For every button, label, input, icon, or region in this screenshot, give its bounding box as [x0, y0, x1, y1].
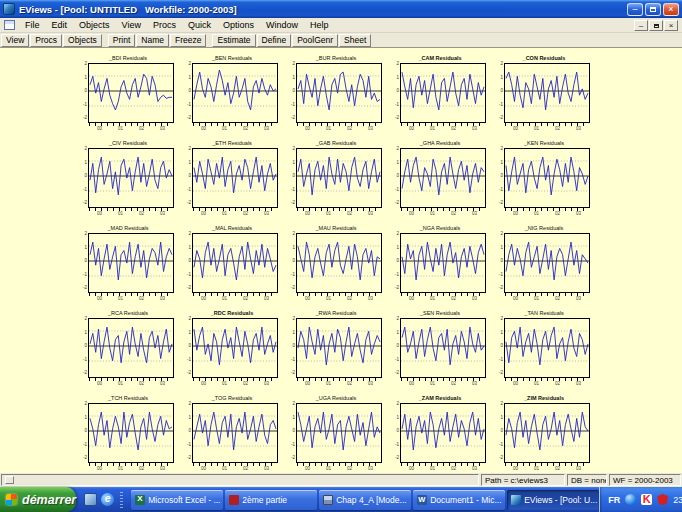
- taskbar-task-button[interactable]: Microsoft Excel - ...: [131, 490, 223, 510]
- chart-y-tick-label: -2: [388, 371, 399, 375]
- chart-x-tick-label: 00: [305, 381, 310, 386]
- menu-help[interactable]: Help: [304, 19, 335, 31]
- toolbar-poolgenr-button[interactable]: PoolGenr: [292, 34, 338, 47]
- show-desktop-icon[interactable]: [84, 493, 97, 506]
- chart-y-tick-label: 2: [492, 402, 503, 406]
- command-field[interactable]: [1, 474, 479, 486]
- chart-x-tick-label: 00: [201, 296, 206, 301]
- chart-x-axis-labels: 00010203: [400, 296, 486, 301]
- chart-plot-area: [296, 233, 382, 293]
- toolbar-procs-button[interactable]: Procs: [30, 34, 62, 47]
- chart-y-tick-label: 2: [388, 317, 399, 321]
- chart-plot-area: [400, 63, 486, 123]
- taskbar-task-button[interactable]: Document1 - Mic...: [413, 490, 505, 510]
- menu-objects[interactable]: Objects: [73, 19, 116, 31]
- kaspersky-icon[interactable]: K: [641, 494, 652, 505]
- chart-x-axis-labels: 00010203: [504, 126, 590, 131]
- chart-y-tick-label: 0: [388, 89, 399, 93]
- chart-y-tick-label: 2: [284, 317, 295, 321]
- chart-x-tick-label: 01: [534, 126, 539, 131]
- chart-plot-area: [88, 148, 174, 208]
- toolbar-view-button[interactable]: View: [1, 34, 29, 47]
- menu-file[interactable]: File: [19, 19, 46, 31]
- chart-x-tick-label: 01: [430, 296, 435, 301]
- pool-toolbar: View Procs Objects Print Name Freeze Est…: [0, 33, 682, 48]
- windows-logo-icon: [6, 494, 17, 505]
- residual-chart-panel: _GHA Residuals210-1-200010203: [400, 148, 486, 216]
- eviews-app-icon: [3, 3, 15, 15]
- toolbar-objects-button[interactable]: Objects: [63, 34, 102, 47]
- menu-options[interactable]: Options: [217, 19, 260, 31]
- chart-x-axis-labels: 00010203: [192, 211, 278, 216]
- chart-plot-area: [192, 233, 278, 293]
- chart-y-tick-label: 0: [492, 344, 503, 348]
- residual-chart-panel: _MAL Residuals210-1-200010203: [192, 233, 278, 301]
- chart-y-tick-label: 1: [180, 246, 191, 250]
- tray-globe-icon[interactable]: [625, 494, 636, 505]
- chart-y-tick-label: 1: [388, 331, 399, 335]
- language-indicator[interactable]: FR: [608, 495, 620, 505]
- chart-y-tick-label: 0: [492, 429, 503, 433]
- chart-x-tick-label: 02: [243, 381, 248, 386]
- toolbar-name-button[interactable]: Name: [136, 34, 169, 47]
- menu-window[interactable]: Window: [260, 19, 304, 31]
- toolbar-estimate-button[interactable]: Estimate: [212, 34, 255, 47]
- residual-chart-panel: _GAB Residuals210-1-200010203: [296, 148, 382, 216]
- residual-chart-panel: _MAU Residuals210-1-200010203: [296, 233, 382, 301]
- chart-title: _MAD Residuals: [76, 225, 180, 231]
- chart-x-tick-label: 00: [409, 296, 414, 301]
- chart-y-tick-label: 2: [180, 317, 191, 321]
- chart-x-axis-labels: 00010203: [88, 126, 174, 131]
- toolbar-print-button[interactable]: Print: [108, 34, 135, 47]
- restore-icon: [650, 7, 656, 12]
- menu-procs[interactable]: Procs: [147, 19, 182, 31]
- chart-x-tick-label: 02: [139, 296, 144, 301]
- menu-bar: File Edit Objects View Procs Quick Optio…: [0, 18, 682, 33]
- toolbar-define-button[interactable]: Define: [257, 34, 292, 47]
- taskbar-task-button[interactable]: Chap 4_A [Mode...: [319, 490, 411, 510]
- toolbar-freeze-button[interactable]: Freeze: [170, 34, 206, 47]
- chart-y-tick-label: 1: [180, 331, 191, 335]
- chart-x-tick-label: 03: [472, 211, 477, 216]
- chart-y-tick-label: 0: [388, 429, 399, 433]
- chart-x-tick-label: 01: [534, 381, 539, 386]
- minimize-button[interactable]: –: [627, 3, 643, 16]
- chart-plot-area: [192, 63, 278, 123]
- child-close-button[interactable]: ×: [664, 20, 678, 31]
- toolbar-sheet-button[interactable]: Sheet: [339, 34, 371, 47]
- chart-y-tick-label: -1: [180, 103, 191, 107]
- residual-chart-panel: _RDC Residuals210-1-200010203: [192, 318, 278, 386]
- chart-y-tick-label: -2: [492, 456, 503, 460]
- menu-quick[interactable]: Quick: [182, 19, 217, 31]
- chart-x-tick-label: 00: [201, 466, 206, 471]
- taskbar-task-button[interactable]: 2ème partie: [225, 490, 317, 510]
- chart-plot-area: [296, 403, 382, 463]
- chart-plot-area: [400, 403, 486, 463]
- close-button[interactable]: ×: [663, 3, 679, 16]
- chart-x-tick-label: 00: [97, 381, 102, 386]
- chart-y-tick-label: -2: [388, 116, 399, 120]
- child-minimize-button[interactable]: –: [634, 20, 648, 31]
- residual-chart-panel: _BEN Residuals210-1-200010203: [192, 63, 278, 131]
- chart-y-tick-label: 2: [388, 62, 399, 66]
- internet-explorer-icon[interactable]: e: [101, 493, 114, 506]
- chart-y-tick-label: 1: [180, 416, 191, 420]
- chart-x-tick-label: 01: [534, 296, 539, 301]
- taskbar-task-button[interactable]: EViews - [Pool: U...: [507, 490, 599, 510]
- chart-x-tick-label: 03: [264, 211, 269, 216]
- chart-x-tick-label: 03: [160, 211, 165, 216]
- restore-button[interactable]: [645, 3, 661, 16]
- chart-plot-area: [296, 63, 382, 123]
- chart-x-axis-labels: 00010203: [296, 211, 382, 216]
- residual-series-line: [90, 74, 172, 110]
- menu-edit[interactable]: Edit: [46, 19, 74, 31]
- chart-y-tick-label: 0: [388, 259, 399, 263]
- menu-view[interactable]: View: [116, 19, 147, 31]
- chart-plot-area: [88, 318, 174, 378]
- child-restore-button[interactable]: [649, 20, 663, 31]
- chart-plot-area: [88, 63, 174, 123]
- antivirus-shield-icon[interactable]: [657, 494, 668, 505]
- chart-y-tick-label: -2: [76, 456, 87, 460]
- start-button[interactable]: démarrer: [0, 487, 76, 512]
- pool-window-icon[interactable]: [4, 20, 15, 30]
